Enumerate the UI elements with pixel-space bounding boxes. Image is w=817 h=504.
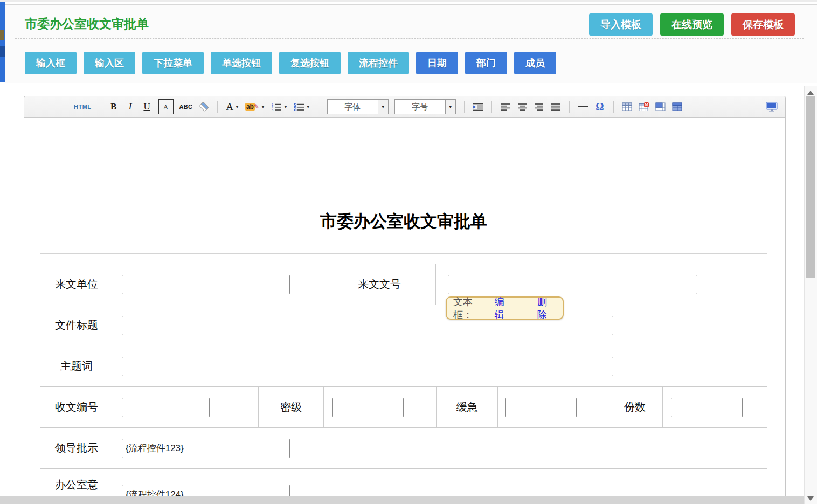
widget-department-button[interactable]: 部门 bbox=[465, 52, 507, 74]
tooltip-label: 文本框： bbox=[453, 295, 491, 321]
font-size-select[interactable]: 字号 ▼ bbox=[394, 99, 456, 114]
toolbar-separator bbox=[217, 101, 218, 113]
left-window-fragment-icon bbox=[0, 30, 4, 40]
doc-title-label: 文件标题 bbox=[40, 305, 113, 346]
header-actions: 导入模板 在线预览 保存模板 bbox=[589, 13, 795, 36]
form-title-box: 市委办公室收文审批单 bbox=[40, 189, 767, 254]
copies-label: 份数 bbox=[607, 387, 663, 427]
unordered-list-icon[interactable]: ▼ bbox=[294, 100, 310, 114]
urgency-cell bbox=[498, 387, 607, 427]
doc-number-input[interactable] bbox=[448, 275, 697, 294]
tooltip-delete-link[interactable]: 删除 bbox=[537, 295, 556, 321]
textbox-tooltip: 文本框： 编辑 删除 bbox=[446, 296, 564, 320]
leader-note-input[interactable] bbox=[122, 439, 290, 458]
underline-icon[interactable]: U bbox=[142, 100, 153, 114]
strikethrough-icon[interactable]: ABC bbox=[179, 100, 193, 114]
widget-input-button[interactable]: 输入框 bbox=[25, 52, 77, 74]
doc-title-cell bbox=[113, 305, 767, 346]
widget-dropdown-button[interactable]: 下拉菜单 bbox=[142, 52, 204, 74]
keywords-input[interactable] bbox=[122, 357, 613, 376]
table-row: 文件标题 bbox=[40, 305, 767, 346]
secrecy-label: 密级 bbox=[259, 387, 324, 427]
bottom-window-edge bbox=[0, 496, 805, 504]
widget-member-button[interactable]: 成员 bbox=[514, 52, 556, 74]
eraser-icon[interactable] bbox=[198, 100, 209, 114]
table-row: 领导批示 bbox=[40, 428, 767, 469]
toolbar-separator bbox=[491, 101, 492, 113]
widget-radio-button[interactable]: 单选按钮 bbox=[211, 52, 272, 74]
fullscreen-icon[interactable] bbox=[766, 100, 778, 114]
urgency-input[interactable] bbox=[505, 398, 577, 417]
screen: 市委办公室收文审批单 导入模板 在线预览 保存模板 输入框 输入区 下拉菜单 单… bbox=[0, 0, 817, 504]
copies-cell bbox=[663, 387, 767, 427]
receipt-number-input[interactable] bbox=[122, 398, 210, 417]
widget-checkbox-button[interactable]: 复选按钮 bbox=[279, 52, 341, 74]
source-unit-label: 来文单位 bbox=[40, 264, 113, 305]
chevron-down-icon[interactable]: ▼ bbox=[445, 100, 455, 114]
widget-date-button[interactable]: 日期 bbox=[416, 52, 458, 74]
vertical-scrollbar[interactable] bbox=[804, 86, 817, 504]
secrecy-input[interactable] bbox=[332, 398, 404, 417]
editor-toolbar: HTML B I U A ABC A▼ ab✎▼ 123 ▼ ▼ 字体 bbox=[24, 96, 785, 118]
toolbar-separator bbox=[569, 101, 570, 113]
scrollbar-down-icon[interactable] bbox=[807, 496, 814, 501]
align-center-icon[interactable] bbox=[517, 100, 528, 114]
tooltip-edit-link[interactable]: 编辑 bbox=[495, 295, 514, 321]
ordered-list-icon[interactable]: 123 ▼ bbox=[271, 100, 288, 114]
source-unit-input[interactable] bbox=[122, 275, 290, 294]
delete-table-icon[interactable] bbox=[639, 100, 649, 114]
receipt-number-cell bbox=[113, 387, 259, 427]
widget-button-row: 输入框 输入区 下拉菜单 单选按钮 复选按钮 流程控件 日期 部门 成员 bbox=[25, 52, 556, 74]
char-border-icon[interactable]: A bbox=[158, 99, 174, 114]
import-template-button[interactable]: 导入模板 bbox=[589, 13, 653, 36]
widget-textarea-button[interactable]: 输入区 bbox=[84, 52, 135, 74]
keywords-cell bbox=[113, 346, 767, 386]
align-left-icon[interactable] bbox=[500, 100, 511, 114]
form-title: 市委办公室收文审批单 bbox=[320, 210, 487, 233]
font-color-icon[interactable]: A▼ bbox=[226, 100, 239, 114]
save-template-button[interactable]: 保存模板 bbox=[731, 13, 795, 36]
online-preview-button[interactable]: 在线预览 bbox=[660, 13, 724, 36]
header: 市委办公室收文审批单 导入模板 在线预览 保存模板 输入框 输入区 下拉菜单 单… bbox=[5, 4, 817, 83]
table-properties-icon[interactable] bbox=[672, 100, 683, 114]
editor-canvas[interactable]: 市委办公室收文审批单 来文单位 来文文号 文件标题 bbox=[24, 118, 785, 504]
secrecy-cell bbox=[324, 387, 437, 427]
rich-text-editor: HTML B I U A ABC A▼ ab✎▼ 123 ▼ ▼ 字体 bbox=[24, 96, 786, 504]
table-row: 来文单位 来文文号 bbox=[40, 264, 767, 305]
toolbar-separator bbox=[100, 101, 100, 113]
bold-icon[interactable]: B bbox=[108, 100, 119, 114]
page-title: 市委办公室收文审批单 bbox=[25, 16, 149, 32]
table-row: 主题词 bbox=[40, 346, 767, 387]
chevron-down-icon[interactable]: ▼ bbox=[378, 100, 388, 114]
toolbar-separator bbox=[613, 101, 614, 113]
italic-icon[interactable]: I bbox=[125, 100, 136, 114]
copies-input[interactable] bbox=[671, 398, 743, 417]
highlight-color-icon[interactable]: ab✎▼ bbox=[245, 100, 265, 114]
left-window-fragment bbox=[0, 0, 5, 82]
window-top-edge bbox=[0, 0, 817, 2]
leader-note-cell bbox=[113, 428, 767, 468]
merge-cell-icon[interactable] bbox=[655, 100, 666, 114]
urgency-label: 缓急 bbox=[437, 387, 498, 427]
scrollbar-thumb[interactable] bbox=[806, 96, 815, 278]
keywords-label: 主题词 bbox=[40, 346, 113, 386]
indent-icon[interactable] bbox=[473, 100, 483, 114]
leader-note-label: 领导批示 bbox=[40, 428, 113, 468]
doc-number-label: 来文文号 bbox=[323, 264, 436, 305]
header-divider bbox=[15, 38, 804, 39]
toolbar-separator bbox=[464, 101, 465, 113]
table-row: 收文编号 密级 缓急 份数 bbox=[40, 387, 767, 428]
special-char-icon[interactable]: Ω bbox=[594, 100, 605, 114]
form-table: 来文单位 来文文号 文件标题 bbox=[40, 264, 767, 504]
align-justify-icon[interactable] bbox=[550, 100, 561, 114]
widget-flow-control-button[interactable]: 流程控件 bbox=[348, 52, 409, 74]
scrollbar-up-icon[interactable] bbox=[807, 91, 814, 95]
horizontal-rule-icon[interactable] bbox=[578, 100, 588, 114]
align-right-icon[interactable] bbox=[534, 100, 544, 114]
html-source-icon[interactable]: HTML bbox=[74, 100, 92, 114]
font-family-select[interactable]: 字体 ▼ bbox=[327, 99, 389, 114]
insert-table-icon[interactable] bbox=[622, 100, 633, 114]
left-window-fragment-icon2 bbox=[0, 46, 5, 57]
svg-text:3: 3 bbox=[272, 108, 273, 111]
toolbar-separator bbox=[319, 101, 319, 113]
